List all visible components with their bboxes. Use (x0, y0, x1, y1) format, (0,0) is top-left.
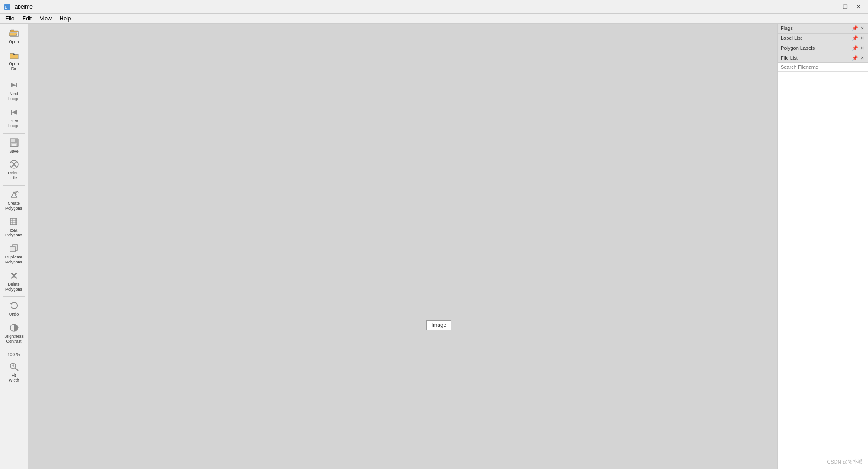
create-polygons-label: Create Polygons (5, 201, 22, 211)
svg-text:L: L (5, 5, 7, 10)
flags-pin-button[interactable]: 📌 (852, 25, 858, 31)
label-list-close-button[interactable]: ✕ (859, 35, 865, 41)
polygon-labels-panel-header: Polygon Labels 📌 ✕ (778, 43, 868, 53)
open-dir-icon (9, 50, 19, 61)
close-button[interactable]: ✕ (853, 2, 864, 11)
watermark: CSDN @拓扑派 (827, 459, 863, 465)
next-image-icon (9, 80, 19, 91)
search-filename-input[interactable] (778, 63, 868, 72)
brightness-contrast-button[interactable]: Brightness Contrast (1, 320, 27, 346)
save-label: Save (9, 149, 19, 154)
edit-polygons-button[interactable]: Edit Polygons (1, 214, 27, 240)
file-list-close-button[interactable]: ✕ (859, 55, 865, 61)
delete-polygons-icon (9, 270, 19, 281)
title-bar: L labelme — ❐ ✕ (0, 0, 868, 14)
fit-width-icon (9, 361, 19, 372)
separator-3 (3, 185, 25, 186)
svg-rect-20 (10, 218, 17, 225)
svg-marker-16 (11, 191, 17, 197)
main-layout: Open Open Dir Next I (0, 24, 868, 469)
menu-file[interactable]: File (2, 14, 18, 23)
open-dir-label: Open Dir (9, 62, 19, 72)
prev-image-button[interactable]: Prev Image (1, 105, 27, 131)
title-left: L labelme (4, 3, 33, 10)
create-polygons-button[interactable]: Create Polygons (1, 187, 27, 213)
right-panels: Flags 📌 ✕ Label List 📌 ✕ Polygon (777, 24, 868, 469)
undo-button[interactable]: Undo (1, 298, 27, 319)
delete-polygons-button[interactable]: Delete Polygons (1, 268, 27, 294)
separator-4 (3, 296, 25, 297)
svg-marker-30 (10, 303, 13, 305)
menu-bar: File Edit View Help (0, 14, 868, 24)
delete-polygons-label: Delete Polygons (5, 282, 22, 292)
undo-icon (9, 300, 19, 311)
label-list-panel-controls: 📌 ✕ (852, 35, 865, 41)
delete-file-button[interactable]: Delete File (1, 157, 27, 183)
prev-image-label: Prev Image (8, 119, 19, 129)
file-list-panel-body (778, 63, 868, 469)
file-list-pin-button[interactable]: 📌 (852, 55, 858, 61)
duplicate-polygons-label: Duplicate Polygons (5, 255, 23, 265)
edit-polygons-label: Edit Polygons (5, 228, 22, 238)
fit-width-button[interactable]: Fit Width (1, 359, 27, 385)
svg-marker-5 (11, 83, 16, 87)
polygon-labels-close-button[interactable]: ✕ (859, 45, 865, 51)
menu-view[interactable]: View (36, 14, 55, 23)
separator-1 (3, 76, 25, 76)
canvas-inner: Image (28, 24, 777, 469)
open-dir-button[interactable]: Open Dir (1, 48, 27, 74)
prev-image-icon (9, 107, 19, 118)
label-list-panel-header: Label List 📌 ✕ (778, 34, 868, 43)
svg-line-37 (15, 368, 18, 371)
file-list-panel-title: File List (781, 55, 798, 61)
flags-panel-header: Flags 📌 ✕ (778, 24, 868, 33)
canvas-area[interactable]: Image (28, 24, 777, 469)
save-icon (9, 137, 19, 148)
open-icon (9, 28, 19, 38)
separator-2 (3, 133, 25, 134)
label-list-panel: Label List 📌 ✕ (778, 34, 868, 43)
create-polygons-icon (9, 189, 19, 200)
flags-panel-title: Flags (781, 25, 793, 31)
flags-panel-controls: 📌 ✕ (852, 25, 865, 31)
polygon-labels-panel: Polygon Labels 📌 ✕ (778, 43, 868, 53)
duplicate-polygons-button[interactable]: Duplicate Polygons (1, 241, 27, 267)
svg-rect-27 (10, 246, 15, 252)
next-image-label: Next Image (8, 91, 19, 101)
flags-panel: Flags 📌 ✕ (778, 24, 868, 34)
svg-marker-7 (12, 110, 17, 115)
undo-label: Undo (9, 312, 19, 317)
svg-rect-10 (11, 139, 15, 142)
left-toolbar: Open Open Dir Next I (0, 24, 28, 469)
open-button[interactable]: Open (1, 25, 27, 47)
image-placeholder: Image (426, 320, 451, 330)
save-button[interactable]: Save (1, 135, 27, 156)
polygon-labels-panel-controls: 📌 ✕ (852, 45, 865, 51)
next-image-button[interactable]: Next Image (1, 77, 27, 104)
app-title: labelme (14, 4, 33, 10)
zoom-display: 100 % (5, 351, 22, 358)
flags-close-button[interactable]: ✕ (859, 25, 865, 31)
file-list-panel-controls: 📌 ✕ (852, 55, 865, 61)
polygon-labels-pin-button[interactable]: 📌 (852, 45, 858, 51)
delete-file-icon (9, 159, 19, 170)
menu-help[interactable]: Help (56, 14, 75, 23)
svg-rect-12 (12, 144, 16, 146)
label-list-panel-title: Label List (781, 35, 802, 41)
open-label: Open (9, 39, 19, 44)
brightness-contrast-label: Brightness Contrast (4, 334, 24, 344)
maximize-button[interactable]: ❐ (839, 2, 851, 11)
fit-width-label: Fit Width (9, 373, 19, 383)
file-list-panel-header: File List 📌 ✕ (778, 53, 868, 63)
brightness-contrast-icon (9, 322, 19, 333)
delete-file-label: Delete File (8, 171, 19, 181)
label-list-pin-button[interactable]: 📌 (852, 35, 858, 41)
separator-5 (3, 349, 25, 349)
file-list-panel: File List 📌 ✕ (778, 53, 868, 469)
menu-edit[interactable]: Edit (19, 14, 35, 23)
title-controls: — ❐ ✕ (825, 2, 864, 11)
minimize-button[interactable]: — (825, 2, 837, 11)
app-icon: L (4, 3, 11, 10)
edit-polygons-icon (9, 216, 19, 227)
duplicate-polygons-icon (9, 243, 19, 254)
